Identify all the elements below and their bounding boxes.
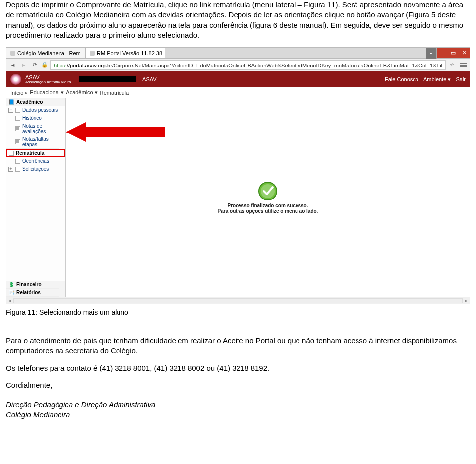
success-line-2: Para outras opções utilize o menu ao lad…	[218, 208, 318, 214]
sidebar-section-financeiro[interactable]: 💲 Financeiro	[6, 281, 65, 289]
sidebar-section-label: Relatórios	[16, 290, 41, 295]
doc-icon	[15, 167, 20, 172]
context-label: ASAV	[142, 76, 157, 82]
app-header: ASAV Associação Antônio Vieira XXXXXXXXX…	[6, 71, 470, 87]
app-body: 📘 Acadêmico − Dados pessoais + Histórico…	[6, 98, 470, 297]
fale-conosco-link[interactable]: Fale Conosco	[385, 76, 418, 83]
signature-line-1: Direção Pedagógica e Direção Administrat…	[6, 400, 470, 410]
reload-button[interactable]: ⟳	[30, 61, 39, 69]
breadcrumb-item: Rematrícula	[100, 90, 129, 96]
url-domain: ://portal.asav.org.br	[65, 63, 112, 68]
horizontal-scrollbar[interactable]: ◄ ►	[6, 297, 470, 304]
sidebar-item-ocorrencias[interactable]: + Ocorrências	[6, 157, 65, 165]
svg-marker-0	[66, 122, 165, 142]
scroll-track[interactable]	[13, 298, 463, 303]
sidebar-section-label: Financeiro	[16, 282, 42, 287]
scroll-right-icon[interactable]: ►	[463, 297, 470, 304]
sidebar-item-solicitacoes[interactable]: + Solicitações	[6, 165, 65, 173]
sidebar-section-label: Acadêmico	[16, 99, 43, 105]
tab-row: Colégio Medianeira - Rem ✕ RM Portal Ver…	[6, 48, 470, 59]
browser-tab-2[interactable]: RM Portal Versão 11.82 38 ✕	[86, 48, 165, 58]
sidebar: 📘 Acadêmico − Dados pessoais + Histórico…	[6, 98, 66, 297]
browser-tab-1[interactable]: Colégio Medianeira - Rem ✕	[6, 48, 86, 58]
url-scheme: https	[54, 63, 65, 68]
doc-icon	[9, 151, 14, 156]
ambiente-menu[interactable]: Ambiente ▾	[423, 76, 451, 83]
doc-icon	[15, 126, 20, 131]
favicon-icon	[10, 51, 15, 56]
user-chip-icon[interactable]: •	[426, 48, 437, 59]
doc-icon	[15, 116, 20, 121]
sidebar-item-notas-faltas[interactable]: + Notas/faltas etapas	[6, 135, 65, 149]
money-icon: 💲	[8, 282, 14, 287]
app-title-main: ASAV	[25, 74, 71, 80]
window-controls: • — ▭ ✕	[426, 48, 470, 58]
hamburger-icon	[460, 63, 467, 67]
sidebar-item-label: Notas de avaliações	[22, 123, 63, 134]
app-title-sub: Associação Antônio Vieira	[25, 80, 71, 85]
sidebar-item-dados-pessoais[interactable]: − Dados pessoais	[6, 106, 65, 114]
sidebar-item-label: Notas/faltas etapas	[22, 136, 63, 147]
doc-icon	[15, 159, 20, 164]
report-icon: 📑	[8, 290, 14, 295]
app-title: ASAV Associação Antônio Vieira	[25, 74, 71, 85]
menu-button[interactable]	[459, 61, 468, 69]
intro-paragraph-1: Depois de imprimir o Comprovante de Matr…	[6, 0, 470, 40]
annotation-arrow-icon	[66, 122, 165, 142]
closing-text: Para o atendimento de pais que tenham di…	[6, 336, 470, 419]
minimize-button[interactable]: —	[437, 48, 448, 59]
sidebar-item-label: Dados pessoais	[22, 107, 58, 113]
success-message: Processo finalizado com sucesso. Para ou…	[218, 181, 318, 214]
sair-link[interactable]: Sair	[456, 76, 466, 83]
sidebar-item-rematricula[interactable]: Rematrícula	[6, 149, 65, 157]
bookmark-icon[interactable]: ☆	[448, 61, 457, 69]
sidebar-item-label: Histórico	[22, 115, 42, 121]
asav-logo-icon	[10, 74, 21, 85]
sidebar-item-label: Rematrícula	[16, 150, 44, 156]
sidebar-item-label: Solicitações	[22, 166, 49, 172]
figure-caption: Figura 11: Selecionando mais um aluno	[6, 308, 470, 316]
sidebar-spacer	[6, 173, 65, 281]
tree-collapse-icon[interactable]: −	[8, 108, 13, 113]
signature: Direção Pedagógica e Direção Administrat…	[6, 400, 470, 419]
closing-salutation: Cordialmente,	[6, 380, 470, 390]
closing-paragraph-1: Para o atendimento de pais que tenham di…	[6, 336, 470, 356]
sidebar-item-label: Ocorrências	[22, 158, 49, 164]
favicon-icon	[90, 51, 95, 56]
close-window-button[interactable]: ✕	[459, 48, 470, 59]
check-circle-icon	[258, 181, 278, 201]
separator: -	[138, 76, 140, 82]
main-content: Processo finalizado com sucesso. Para ou…	[66, 98, 470, 297]
tab-label: Colégio Medianeira - Rem	[17, 50, 81, 56]
user-name-redacted: XXXXXXXXXXXXXXXX	[79, 76, 136, 82]
back-button[interactable]: ◄	[8, 61, 17, 69]
chevron-icon: ▸	[25, 90, 28, 95]
url-path: /Corpore.Net/Main.aspx?ActionID=EduMatri…	[112, 63, 446, 68]
book-icon: 📘	[8, 99, 14, 105]
address-bar[interactable]: https://portal.asav.org.br/Corpore.Net/M…	[50, 60, 446, 70]
sidebar-item-historico[interactable]: + Histórico	[6, 114, 65, 122]
header-right-links: Fale Conosco Ambiente ▾ Sair	[385, 76, 466, 83]
sidebar-section-academico[interactable]: 📘 Acadêmico	[6, 98, 65, 106]
sidebar-item-notas-avaliacoes[interactable]: + Notas de avaliações	[6, 122, 65, 135]
doc-icon	[15, 139, 20, 144]
breadcrumb-item[interactable]: Início	[10, 90, 23, 96]
breadcrumb: Início ▸ Educacional ▾ Acadêmico ▾ Remat…	[6, 87, 470, 98]
screenshot-figure: Colégio Medianeira - Rem ✕ RM Portal Ver…	[6, 47, 470, 304]
sidebar-section-relatorios[interactable]: 📑 Relatórios	[6, 289, 65, 297]
breadcrumb-item[interactable]: Acadêmico ▾	[66, 89, 97, 96]
lock-icon: 🔒	[41, 62, 48, 68]
signature-line-2: Colégio Medianeira	[6, 410, 470, 420]
success-line-1: Processo finalizado com sucesso.	[218, 203, 318, 208]
closing-paragraph-2: Os telefones para contato é (41) 3218 80…	[6, 363, 470, 373]
doc-icon	[15, 108, 20, 113]
browser-window: Colégio Medianeira - Rem ✕ RM Portal Ver…	[6, 47, 470, 304]
forward-button[interactable]: ►	[19, 61, 28, 69]
scroll-left-icon[interactable]: ◄	[6, 297, 13, 304]
address-bar-row: ◄ ► ⟳ 🔒 https://portal.asav.org.br/Corpo…	[6, 59, 470, 71]
tab-label: RM Portal Versão 11.82 38	[97, 50, 162, 56]
breadcrumb-item[interactable]: Educacional ▾	[30, 89, 64, 96]
maximize-button[interactable]: ▭	[448, 48, 459, 59]
tree-expand-icon[interactable]: +	[8, 167, 13, 172]
